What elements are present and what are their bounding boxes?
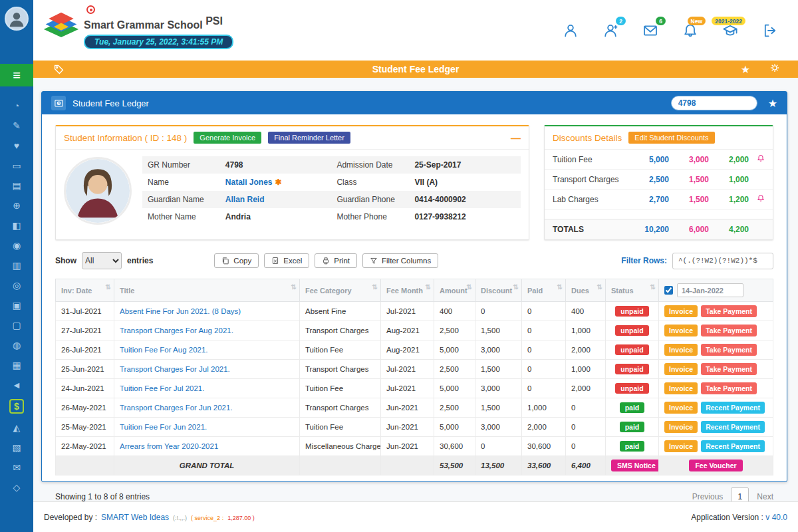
online-classes-icon[interactable]: ▢: [9, 319, 24, 331]
student-fees-icon[interactable]: $: [9, 399, 24, 414]
collapse-card-icon[interactable]: —: [511, 132, 521, 144]
final-reminder-button[interactable]: Final Reminder Letter: [268, 132, 350, 144]
col-fee-category[interactable]: Fee Category⇅: [300, 279, 381, 302]
invoice-button[interactable]: Invoice: [664, 305, 698, 317]
edit-discounts-button[interactable]: Edit Student Discounts: [628, 132, 714, 144]
col-paid[interactable]: Paid⇅: [522, 279, 566, 302]
library-icon[interactable]: ▣: [9, 299, 24, 311]
copy-button[interactable]: Copy: [214, 253, 259, 268]
session-icon[interactable]: 2021-2022: [722, 23, 738, 39]
fee-title-link[interactable]: Absent Fine For Jun 2021. (8 Days): [120, 307, 241, 315]
col-amount[interactable]: Amount⇅: [434, 279, 475, 302]
student-settings-icon[interactable]: ✱: [275, 178, 282, 187]
admin-user-icon[interactable]: [563, 23, 579, 39]
student-name-link[interactable]: Natali Jones: [225, 178, 273, 187]
payment-button[interactable]: Take Payment: [701, 382, 757, 394]
panel-star-icon[interactable]: ★: [768, 97, 777, 110]
previous-page-button[interactable]: Previous: [692, 492, 724, 501]
filter-rows-input[interactable]: [672, 253, 773, 269]
announcements-icon[interactable]: ◄: [9, 379, 24, 391]
fee-title-link[interactable]: Tuition Fee For Aug 2021.: [120, 346, 208, 354]
datetime-badge: Tue, January 25, 2022, 3:41:55 PM: [84, 35, 233, 49]
fee-title-link[interactable]: Transport Charges For Aug 2021.: [120, 327, 233, 334]
inventory-icon[interactable]: ◧: [9, 219, 24, 231]
student-search-input[interactable]: [671, 96, 757, 110]
fee-title-link[interactable]: Tuition Fee For Jul 2021.: [120, 384, 204, 392]
discount-alert-icon[interactable]: [749, 194, 765, 204]
sms-notice-button[interactable]: SMS Notice: [611, 460, 659, 471]
generate-invoice-button[interactable]: Generate Invoice: [194, 132, 261, 144]
col-inv-date[interactable]: Inv: Date⇅: [56, 279, 114, 302]
staff-icon[interactable]: ◉: [9, 239, 24, 251]
payment-button[interactable]: Recent Payment: [701, 402, 765, 414]
settings-gears-icon[interactable]: [769, 62, 781, 76]
messages-icon[interactable]: 6: [642, 23, 658, 39]
messaging-icon[interactable]: ✉: [9, 462, 24, 473]
user-avatar[interactable]: [5, 7, 29, 31]
hamburger-menu-icon[interactable]: ≡: [0, 64, 33, 86]
homework-icon[interactable]: ▥: [9, 259, 24, 271]
fee-month-cell: Jun-2021: [381, 398, 434, 418]
invoice-button[interactable]: Invoice: [664, 325, 698, 336]
favorite-icon[interactable]: ★: [741, 63, 750, 76]
computer-lab-icon[interactable]: ▧: [9, 442, 24, 454]
academics-icon[interactable]: ◇: [9, 481, 24, 493]
filter-columns-button[interactable]: Filter Columns: [362, 253, 438, 268]
fee-title-link[interactable]: Transport Charges For Jun 2021.: [120, 404, 233, 412]
fee-voucher-button[interactable]: Fee Voucher: [689, 460, 742, 471]
payment-button[interactable]: Take Payment: [701, 305, 757, 317]
col-actions: [659, 279, 773, 302]
laboratory-icon[interactable]: ◭: [9, 422, 24, 434]
fee-status-cell: paid: [606, 437, 659, 456]
accounts-icon[interactable]: ◍: [9, 339, 24, 351]
fee-title-cell: Transport Charges For Aug 2021.: [114, 321, 300, 340]
notifications-icon[interactable]: New: [682, 23, 698, 39]
printing-icon[interactable]: ▦: [9, 359, 24, 371]
dashboard-icon[interactable]: ◔: [9, 100, 24, 112]
invoice-button[interactable]: Invoice: [664, 344, 698, 356]
website-icon[interactable]: ⊕: [9, 200, 24, 211]
entries-select[interactable]: All: [82, 252, 122, 269]
student-admission-icon[interactable]: ✎: [9, 120, 24, 132]
col-discount[interactable]: Discount⇅: [475, 279, 522, 302]
excel-button[interactable]: Excel: [264, 253, 309, 268]
date-filter-input[interactable]: [677, 283, 743, 297]
status-badge: paid: [620, 402, 645, 413]
fee-title-cell: Transport Charges For Jul 2021.: [114, 360, 300, 379]
student-attendance-icon[interactable]: ♥: [9, 140, 24, 152]
invoice-button[interactable]: Invoice: [664, 421, 698, 433]
payment-button[interactable]: Take Payment: [701, 344, 757, 356]
online-users-icon[interactable]: 2: [602, 23, 618, 39]
fee-dues-cell: 2,000: [566, 340, 606, 360]
col-status[interactable]: Status⇅: [606, 279, 659, 302]
payment-button[interactable]: Recent Payment: [701, 421, 765, 433]
id-cards-icon[interactable]: ▭: [9, 160, 24, 172]
col-title[interactable]: Title⇅: [114, 279, 300, 302]
fee-title-link[interactable]: Transport Charges For Jul 2021.: [120, 365, 230, 373]
col-fee-month[interactable]: Fee Month⇅: [381, 279, 434, 302]
print-button[interactable]: Print: [315, 253, 357, 268]
fee-title-link[interactable]: Arrears from Year 2020-2021: [120, 442, 218, 450]
payment-button[interactable]: Take Payment: [701, 325, 757, 336]
col-dues[interactable]: Dues⇅: [566, 279, 606, 302]
fee-title-link[interactable]: Tuition Fee For Jun 2021.: [120, 423, 207, 431]
developer-link[interactable]: SMART Web Ideas: [101, 513, 169, 522]
parents-icon[interactable]: ◎: [9, 279, 24, 291]
logout-icon[interactable]: [762, 23, 778, 39]
invoice-button[interactable]: Invoice: [664, 440, 698, 452]
discount-alert-icon[interactable]: [749, 154, 765, 164]
next-page-button[interactable]: Next: [757, 492, 773, 501]
fee-month-cell: Jun-2021: [381, 418, 434, 437]
fee-amount-cell: 5,000: [434, 340, 475, 360]
invoice-button[interactable]: Invoice: [664, 363, 698, 375]
payment-button[interactable]: Take Payment: [701, 363, 757, 375]
invoice-button[interactable]: Invoice: [664, 402, 698, 414]
fee-paid-cell: 30,600: [522, 437, 566, 456]
fee-status-cell: unpaid: [606, 340, 659, 360]
guardian-name-link[interactable]: Allan Reid: [225, 195, 265, 204]
invoice-button[interactable]: Invoice: [664, 382, 698, 394]
payment-button[interactable]: Recent Payment: [701, 440, 765, 452]
exam-results-icon[interactable]: ▤: [9, 180, 24, 192]
select-date-checkbox[interactable]: [664, 286, 673, 295]
fee-actions-cell: Invoice Take Payment: [659, 379, 773, 398]
